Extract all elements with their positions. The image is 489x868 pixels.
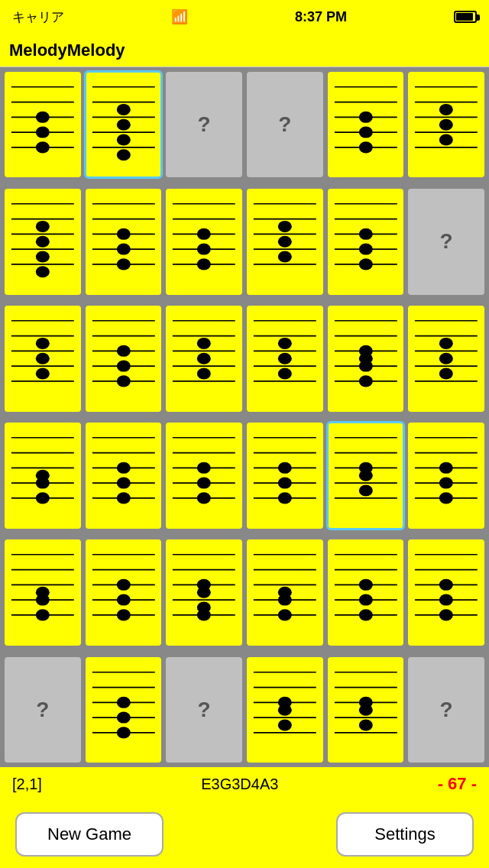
svg-point-145 xyxy=(197,478,211,489)
svg-point-193 xyxy=(197,602,211,614)
settings-button[interactable]: Settings xyxy=(336,812,474,857)
grid-cell[interactable] xyxy=(86,657,162,763)
svg-point-73 xyxy=(358,228,372,240)
svg-point-5 xyxy=(36,141,50,153)
svg-point-49 xyxy=(116,228,130,240)
svg-point-65 xyxy=(278,221,292,232)
svg-point-144 xyxy=(197,493,211,504)
svg-point-233 xyxy=(278,719,292,730)
svg-point-209 xyxy=(358,610,372,621)
grid-cell[interactable] xyxy=(5,539,81,645)
svg-point-219 xyxy=(439,579,453,591)
svg-point-23 xyxy=(358,127,372,138)
svg-point-72 xyxy=(358,244,372,255)
svg-point-217 xyxy=(439,610,453,621)
wifi-icon: 📶 xyxy=(171,8,188,25)
info-bar: [2,1] E3G3D4A3 - 67 - xyxy=(0,767,489,801)
battery-icon xyxy=(454,11,477,23)
grid-cell[interactable] xyxy=(328,657,404,763)
grid-cell[interactable]: ? xyxy=(247,72,323,177)
grid-cell[interactable] xyxy=(86,306,162,411)
svg-point-211 xyxy=(358,579,372,591)
svg-point-15 xyxy=(116,119,130,131)
grid-cell[interactable] xyxy=(5,72,81,177)
carrier-text: キャリア xyxy=(12,8,64,26)
grid-cell[interactable] xyxy=(247,189,323,294)
bottom-bar: New Game Settings xyxy=(0,801,489,868)
svg-point-14 xyxy=(116,134,130,145)
svg-point-169 xyxy=(439,478,453,489)
svg-point-40 xyxy=(36,236,50,248)
svg-point-30 xyxy=(439,134,453,145)
grid-area: ?????? xyxy=(0,67,489,767)
grid-cell[interactable]: ? xyxy=(408,189,484,294)
svg-point-160 xyxy=(358,485,372,497)
svg-point-32 xyxy=(439,104,453,115)
svg-point-63 xyxy=(278,251,292,263)
grid-cell[interactable] xyxy=(166,189,242,294)
status-bar: キャリア 📶 8:37 PM xyxy=(0,0,489,34)
svg-point-55 xyxy=(197,258,211,270)
grid-cell[interactable] xyxy=(166,306,242,411)
grid-cell[interactable] xyxy=(408,539,484,645)
svg-point-114 xyxy=(358,345,372,357)
grid-cell[interactable] xyxy=(247,306,323,411)
svg-point-162 xyxy=(358,462,372,474)
svg-point-152 xyxy=(278,493,292,504)
grid-cell[interactable] xyxy=(5,306,81,411)
grid-cell[interactable]: ? xyxy=(5,657,81,763)
svg-point-16 xyxy=(116,104,130,115)
grid-cell[interactable] xyxy=(328,306,404,411)
grid-cell[interactable] xyxy=(86,189,162,294)
svg-point-111 xyxy=(358,376,372,387)
svg-point-178 xyxy=(36,587,50,598)
svg-point-103 xyxy=(278,368,292,380)
grid-cell[interactable] xyxy=(86,539,162,645)
position-indicator: [2,1] xyxy=(12,776,42,793)
grid-cell[interactable] xyxy=(5,189,81,294)
svg-point-57 xyxy=(197,228,211,240)
grid-cell[interactable] xyxy=(247,657,323,763)
new-game-button[interactable]: New Game xyxy=(15,812,164,857)
grid-cell[interactable] xyxy=(166,423,242,528)
grid-cell[interactable] xyxy=(247,423,323,528)
svg-point-97 xyxy=(197,338,211,349)
grid-cell[interactable] xyxy=(247,539,323,645)
grid-cell[interactable] xyxy=(86,423,162,528)
grid-cell[interactable] xyxy=(408,72,484,177)
svg-point-95 xyxy=(197,368,211,380)
time-text: 8:37 PM xyxy=(295,9,347,25)
svg-point-184 xyxy=(116,610,130,621)
svg-point-218 xyxy=(439,594,453,606)
svg-point-39 xyxy=(36,251,50,263)
svg-point-38 xyxy=(36,266,50,277)
grid-cell[interactable] xyxy=(328,423,404,528)
svg-point-80 xyxy=(36,353,50,364)
grid-cell[interactable] xyxy=(86,72,162,177)
svg-point-153 xyxy=(278,478,292,489)
grid-cell[interactable] xyxy=(166,539,242,645)
svg-point-168 xyxy=(439,493,453,504)
svg-point-121 xyxy=(439,353,453,364)
svg-point-225 xyxy=(116,727,130,738)
grid-cell[interactable]: ? xyxy=(166,72,242,177)
svg-point-64 xyxy=(278,236,292,248)
svg-point-226 xyxy=(116,711,130,723)
grid-cell[interactable] xyxy=(408,306,484,411)
svg-point-96 xyxy=(197,353,211,364)
svg-point-128 xyxy=(36,493,50,504)
grid-cell[interactable] xyxy=(408,423,484,528)
grid-cell[interactable] xyxy=(328,539,404,645)
svg-point-81 xyxy=(36,338,50,349)
grid-cell[interactable] xyxy=(328,72,404,177)
svg-point-6 xyxy=(36,127,50,138)
grid-cell[interactable]: ? xyxy=(408,657,484,763)
svg-point-203 xyxy=(278,587,292,598)
svg-point-71 xyxy=(358,258,372,270)
svg-point-146 xyxy=(197,462,211,474)
svg-point-137 xyxy=(116,478,130,489)
grid-cell[interactable]: ? xyxy=(166,657,242,763)
svg-point-241 xyxy=(358,719,372,730)
grid-cell[interactable] xyxy=(328,189,404,294)
grid-cell[interactable] xyxy=(5,423,81,528)
